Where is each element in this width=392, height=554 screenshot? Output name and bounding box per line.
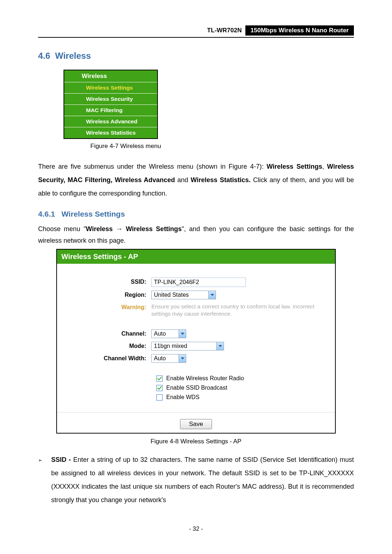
- chevron-down-icon[interactable]: [209, 291, 216, 299]
- bullet-body-text: Enter a string of up to 32 characters. T…: [51, 456, 354, 504]
- mode-select[interactable]: 11bgn mixed: [151, 342, 224, 350]
- subsection-num: 4.6.1: [38, 210, 55, 218]
- wireless-settings-panel: Wireless Settings - AP SSID: TP-LINK_204…: [56, 249, 336, 434]
- figure-4-7-caption: Figure 4-7 Wireless menu: [90, 143, 354, 150]
- ssid-label: SSID:: [64, 278, 151, 287]
- menu-item-mac-filtering[interactable]: MAC Filtering: [64, 105, 157, 116]
- ssid-input[interactable]: TP-LINK_2046F2: [151, 278, 246, 287]
- figure-4-8-caption: Figure 4-8 Wireless Settings - AP: [38, 438, 354, 445]
- enable-ssid-checkbox[interactable]: [156, 385, 163, 391]
- menu-description-para: There are five submenus under the Wirele…: [38, 160, 354, 200]
- chevron-down-icon[interactable]: [179, 329, 186, 338]
- channel-value: Auto: [151, 329, 179, 338]
- mode-value: 11bgn mixed: [151, 342, 217, 350]
- menu-item-wireless-security[interactable]: Wireless Security: [64, 94, 157, 105]
- ssid-bullet: ➢ SSID - Enter a string of up to 32 char…: [38, 453, 354, 507]
- channel-width-select[interactable]: Auto: [151, 354, 186, 363]
- page-number: - 32 -: [0, 525, 392, 532]
- region-select[interactable]: United States: [151, 291, 216, 299]
- warning-label: Warning:: [64, 303, 151, 318]
- wireless-menu-figure: Wireless Wireless Settings Wireless Secu…: [64, 70, 158, 139]
- channel-width-label: Channel Width:: [64, 354, 151, 363]
- subsection-title: Wireless Settings: [61, 210, 125, 218]
- enable-ssid-label: Enable SSID Broadcast: [166, 385, 227, 391]
- region-value: United States: [151, 291, 209, 299]
- header-desc: 150Mbps Wireless N Nano Router: [245, 25, 354, 36]
- section-heading: 4.6 Wireless: [38, 51, 354, 61]
- channel-width-value: Auto: [151, 354, 179, 363]
- chevron-down-icon[interactable]: [179, 354, 186, 363]
- menu-item-wireless-settings[interactable]: Wireless Settings: [64, 82, 157, 94]
- enable-radio-checkbox[interactable]: [156, 376, 163, 382]
- header-model: TL-WR702N: [204, 25, 245, 36]
- menu-head: Wireless: [64, 70, 157, 82]
- mode-label: Mode:: [64, 342, 151, 350]
- menu-item-wireless-advanced[interactable]: Wireless Advanced: [64, 116, 157, 127]
- menu-item-wireless-statistics[interactable]: Wireless Statistics: [64, 127, 157, 138]
- subsection-heading: 4.6.1 Wireless Settings: [38, 210, 354, 218]
- choose-menu-para: Choose menu "Wireless → Wireless Setting…: [38, 223, 354, 246]
- save-button[interactable]: Save: [180, 419, 212, 429]
- channel-select[interactable]: Auto: [151, 329, 186, 338]
- enable-radio-label: Enable Wireless Router Radio: [166, 375, 244, 382]
- bullet-lead: SSID -: [51, 456, 73, 463]
- section-num: 4.6: [38, 51, 50, 61]
- page-header: TL-WR702N150Mbps Wireless N Nano Router: [38, 25, 354, 38]
- channel-label: Channel:: [64, 329, 151, 338]
- enable-wds-checkbox[interactable]: [156, 394, 163, 401]
- region-label: Region:: [64, 291, 151, 299]
- warning-text: Ensure you select a correct country to c…: [151, 303, 328, 318]
- chevron-down-icon[interactable]: [217, 342, 224, 350]
- enable-wds-label: Enable WDS: [166, 394, 200, 401]
- section-title: Wireless: [55, 51, 91, 61]
- panel-title: Wireless Settings - AP: [57, 250, 335, 264]
- bullet-icon: ➢: [38, 453, 51, 507]
